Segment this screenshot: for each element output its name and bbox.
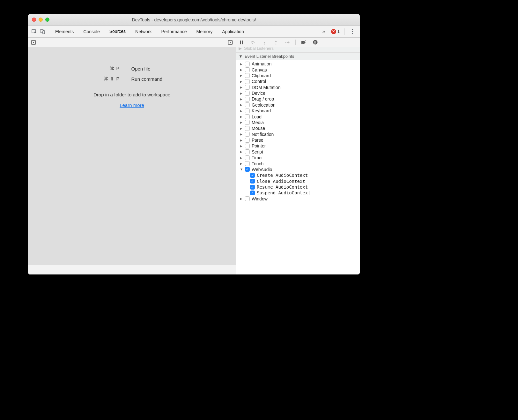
category-checkbox[interactable]: ✓: [245, 167, 250, 172]
tab-sources[interactable]: Sources: [108, 26, 127, 37]
category-checkbox[interactable]: [245, 126, 250, 131]
event-checkbox[interactable]: ✓: [250, 173, 255, 178]
pause-script-icon[interactable]: [238, 39, 245, 46]
tab-elements[interactable]: Elements: [54, 26, 75, 37]
category-checkbox[interactable]: [245, 62, 250, 66]
category-checkbox[interactable]: [245, 85, 250, 90]
category-geolocation[interactable]: ▶Geolocation: [236, 102, 360, 108]
tab-memory[interactable]: Memory: [195, 26, 214, 37]
event-create-audiocontext[interactable]: ✓Create AudioContext: [250, 172, 360, 178]
show-debugger-icon[interactable]: [227, 39, 234, 46]
tab-performance[interactable]: Performance: [160, 26, 188, 37]
svg-rect-15: [315, 41, 316, 44]
category-label: Control: [252, 79, 266, 84]
category-keyboard[interactable]: ▶Keyboard: [236, 108, 360, 114]
show-navigator-icon[interactable]: [30, 39, 37, 46]
tab-application[interactable]: Application: [221, 26, 245, 37]
event-label: Suspend AudioContext: [257, 190, 311, 195]
collapse-icon: ▶: [240, 109, 243, 113]
collapse-icon: ▶: [240, 144, 243, 148]
category-checkbox[interactable]: [245, 102, 250, 107]
svg-rect-2: [43, 31, 45, 34]
pause-on-exceptions-icon[interactable]: [312, 39, 319, 46]
devtools-tabbar: ElementsConsoleSourcesNetworkPerformance…: [28, 26, 360, 38]
settings-menu-icon[interactable]: [349, 28, 356, 35]
tab-network[interactable]: Network: [134, 26, 153, 37]
category-canvas[interactable]: ▶Canvas: [236, 67, 360, 72]
category-checkbox[interactable]: [245, 161, 250, 166]
category-pointer[interactable]: ▶Pointer: [236, 143, 360, 149]
step-into-icon[interactable]: [261, 39, 268, 46]
event-resume-audiocontext[interactable]: ✓Resume AudioContext: [250, 184, 360, 190]
minimize-window-button[interactable]: [39, 18, 43, 22]
category-device[interactable]: ▶Device: [236, 90, 360, 96]
category-checkbox[interactable]: [245, 132, 250, 137]
event-checkbox[interactable]: ✓: [250, 179, 255, 184]
error-indicator[interactable]: ✕ 1: [331, 29, 340, 34]
close-window-button[interactable]: [32, 18, 36, 22]
deactivate-breakpoints-icon[interactable]: [300, 39, 307, 46]
shortcut-keys: ⌘ P: [69, 66, 120, 71]
category-animation[interactable]: ▶Animation: [236, 61, 360, 67]
svg-point-13: [313, 40, 317, 45]
category-checkbox[interactable]: [245, 144, 250, 148]
category-script[interactable]: ▶Script: [236, 149, 360, 155]
category-checkbox[interactable]: [245, 114, 250, 119]
category-checkbox[interactable]: [245, 196, 250, 201]
collapse-icon: ▶: [240, 74, 243, 77]
category-checkbox[interactable]: [245, 67, 250, 72]
category-webaudio[interactable]: ▼✓WebAudio: [236, 167, 360, 172]
category-touch[interactable]: ▶Touch: [236, 161, 360, 166]
section-global-listeners[interactable]: ▶ Global Listeners: [236, 47, 360, 52]
more-tabs-icon[interactable]: »: [320, 28, 327, 35]
traffic-lights: [32, 18, 49, 22]
event-close-audiocontext[interactable]: ✓Close AudioContext: [250, 178, 360, 184]
category-checkbox[interactable]: [245, 97, 250, 101]
category-label: Mouse: [252, 126, 265, 131]
step-out-icon[interactable]: [272, 39, 279, 46]
shortcut-label: Open file: [131, 66, 195, 71]
category-checkbox[interactable]: [245, 79, 250, 84]
category-mouse[interactable]: ▶Mouse: [236, 125, 360, 131]
section-event-listener-breakpoints[interactable]: ▼ Event Listener Breakpoints: [236, 52, 360, 60]
category-label: Media: [252, 120, 264, 125]
sources-bottom-bar: [28, 265, 236, 274]
toggle-device-toolbar-icon[interactable]: [39, 28, 46, 35]
category-dom-mutation[interactable]: ▶DOM Mutation: [236, 85, 360, 90]
category-control[interactable]: ▶Control: [236, 79, 360, 84]
category-checkbox[interactable]: [245, 138, 250, 143]
category-checkbox[interactable]: [245, 120, 250, 125]
category-checkbox[interactable]: [245, 73, 250, 78]
collapse-icon: ▶: [240, 156, 243, 160]
learn-more-link[interactable]: Learn more: [120, 102, 144, 108]
divider: [295, 40, 296, 45]
category-parse[interactable]: ▶Parse: [236, 137, 360, 143]
error-icon: ✕: [331, 29, 336, 34]
inspect-element-icon[interactable]: [31, 28, 38, 35]
category-drag-drop[interactable]: ▶Drag / drop: [236, 96, 360, 102]
category-checkbox[interactable]: [245, 155, 250, 160]
category-window[interactable]: ▶Window: [236, 196, 360, 202]
event-checkbox[interactable]: ✓: [250, 185, 255, 190]
sources-left-toolbar: [28, 38, 236, 47]
sources-drop-area[interactable]: ⌘ P Open file ⌘ ⇧ P Run command Drop in …: [28, 47, 236, 265]
category-timer[interactable]: ▶Timer: [236, 155, 360, 161]
step-over-icon[interactable]: [249, 39, 256, 46]
event-checkbox[interactable]: ✓: [250, 191, 255, 195]
collapse-icon: ▶: [240, 68, 243, 71]
category-clipboard[interactable]: ▶Clipboard: [236, 73, 360, 79]
tab-console[interactable]: Console: [82, 26, 101, 37]
collapse-icon: ▶: [240, 62, 243, 66]
category-notification[interactable]: ▶Notification: [236, 131, 360, 137]
category-children: ✓Create AudioContext✓Close AudioContext✓…: [236, 172, 360, 196]
category-load[interactable]: ▶Load: [236, 114, 360, 119]
category-checkbox[interactable]: [245, 91, 250, 96]
collapse-icon: ▶: [240, 139, 243, 142]
svg-rect-14: [314, 41, 315, 44]
category-checkbox[interactable]: [245, 109, 250, 113]
category-checkbox[interactable]: [245, 149, 250, 154]
event-suspend-audiocontext[interactable]: ✓Suspend AudioContext: [250, 190, 360, 196]
step-icon[interactable]: [284, 39, 291, 46]
zoom-window-button[interactable]: [45, 18, 49, 22]
category-media[interactable]: ▶Media: [236, 120, 360, 125]
